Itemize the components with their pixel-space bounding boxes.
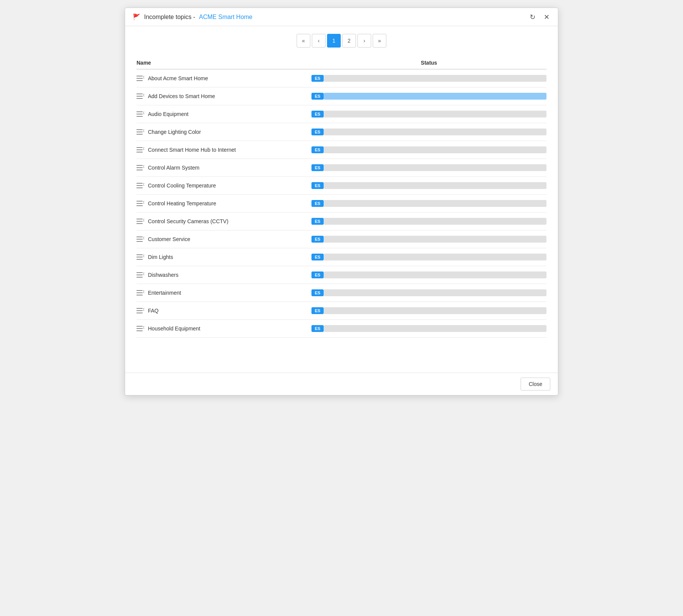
badge-es[interactable]: ES [311,200,324,207]
status-bar [324,325,546,332]
table-row[interactable]: Add Devices to Smart HomeES [137,87,546,105]
row-name-cell: About Acme Smart Home [137,75,311,81]
status-bar-container [324,325,546,332]
table-header: Name Status [137,57,546,70]
close-button[interactable]: Close [521,378,550,391]
modal-body: « ‹ 1 2 › » Name Status About Acme Smart… [125,26,558,373]
badge-es[interactable]: ES [311,111,324,117]
title-accent: ACME Smart Home [199,14,252,21]
menu-icon[interactable] [137,290,144,295]
table-row[interactable]: Control Cooling TemperatureES [137,177,546,195]
column-status-header: Status [311,60,546,66]
status-bar [324,164,546,171]
table-row[interactable]: Connect Smart Home Hub to InternetES [137,141,546,159]
row-name-cell: FAQ [137,308,311,314]
table-row[interactable]: Household EquipmentES [137,320,546,338]
row-label: Add Devices to Smart Home [148,93,215,99]
page-1-button[interactable]: 1 [327,34,341,48]
row-name-cell: Dim Lights [137,254,311,260]
table-row[interactable]: Control Alarm SystemES [137,159,546,177]
row-name-cell: Add Devices to Smart Home [137,93,311,99]
badge-es[interactable]: ES [311,164,324,171]
row-label: Control Alarm System [148,165,199,171]
table-rows-container: About Acme Smart HomeES Add Devices to S… [137,70,546,338]
menu-icon[interactable] [137,326,144,331]
status-bar [324,289,546,296]
table-row[interactable]: Audio EquipmentES [137,105,546,123]
table-row[interactable]: Dim LightsES [137,248,546,266]
row-name-cell: Customer Service [137,236,311,242]
badge-es[interactable]: ES [311,129,324,135]
menu-icon[interactable] [137,111,144,117]
badge-es[interactable]: ES [311,271,324,278]
menu-icon[interactable] [137,219,144,224]
page-2-button[interactable]: 2 [342,34,356,48]
row-label: Change Lighting Color [148,129,201,135]
row-name-cell: Dishwashers [137,272,311,278]
badge-es[interactable]: ES [311,307,324,314]
menu-icon[interactable] [137,201,144,206]
menu-icon[interactable] [137,94,144,99]
modal-title: 🚩 Incomplete topics - ACME Smart Home [133,13,253,21]
modal-footer: Close [125,373,558,395]
row-name-cell: Household Equipment [137,325,311,332]
status-bar-container [324,254,546,260]
row-name-cell: Control Cooling Temperature [137,183,311,189]
row-name-cell: Connect Smart Home Hub to Internet [137,147,311,153]
page-next-button[interactable]: › [357,34,371,48]
status-bar [324,75,546,82]
status-bar [324,93,546,100]
status-bar-container [324,182,546,189]
status-bar-container [324,129,546,135]
page-first-button[interactable]: « [297,34,310,48]
status-bar [324,182,546,189]
badge-es[interactable]: ES [311,325,324,332]
row-label: Control Security Cameras (CCTV) [148,218,229,224]
row-name-cell: Control Alarm System [137,165,311,171]
badge-es[interactable]: ES [311,236,324,243]
row-label: Control Cooling Temperature [148,183,216,189]
page-last-button[interactable]: » [373,34,386,48]
refresh-button[interactable]: ↻ [527,12,538,22]
menu-icon[interactable] [137,147,144,152]
table-row[interactable]: Control Heating TemperatureES [137,195,546,213]
modal-header: 🚩 Incomplete topics - ACME Smart Home ↻ … [125,8,558,26]
table-row[interactable]: Customer ServiceES [137,230,546,248]
badge-es[interactable]: ES [311,75,324,82]
status-bar-container [324,164,546,171]
row-label: Customer Service [148,236,190,242]
row-name-cell: Entertainment [137,290,311,296]
status-bar [324,146,546,153]
table-row[interactable]: Change Lighting ColorES [137,123,546,141]
table-row[interactable]: FAQES [137,302,546,320]
menu-icon[interactable] [137,129,144,135]
table-row[interactable]: DishwashersES [137,266,546,284]
close-window-button[interactable]: ✕ [542,12,552,22]
badge-es[interactable]: ES [311,218,324,225]
menu-icon[interactable] [137,165,144,170]
row-label: Audio Equipment [148,111,189,117]
badge-es[interactable]: ES [311,182,324,189]
badge-es[interactable]: ES [311,93,324,100]
menu-icon[interactable] [137,272,144,278]
menu-icon[interactable] [137,308,144,313]
menu-icon[interactable] [137,254,144,260]
row-label: Control Heating Temperature [148,200,216,206]
status-bar-container [324,307,546,314]
page-prev-button[interactable]: ‹ [312,34,326,48]
menu-icon[interactable] [137,76,144,81]
status-bar-fill [324,93,546,100]
badge-es[interactable]: ES [311,289,324,296]
menu-icon[interactable] [137,183,144,188]
row-name-cell: Control Security Cameras (CCTV) [137,218,311,224]
badge-es[interactable]: ES [311,254,324,260]
menu-icon[interactable] [137,237,144,242]
status-bar [324,307,546,314]
badge-es[interactable]: ES [311,146,324,153]
row-name-cell: Change Lighting Color [137,129,311,135]
table-row[interactable]: EntertainmentES [137,284,546,302]
status-bar [324,236,546,243]
status-bar [324,254,546,260]
table-row[interactable]: About Acme Smart HomeES [137,70,546,87]
table-row[interactable]: Control Security Cameras (CCTV)ES [137,213,546,230]
